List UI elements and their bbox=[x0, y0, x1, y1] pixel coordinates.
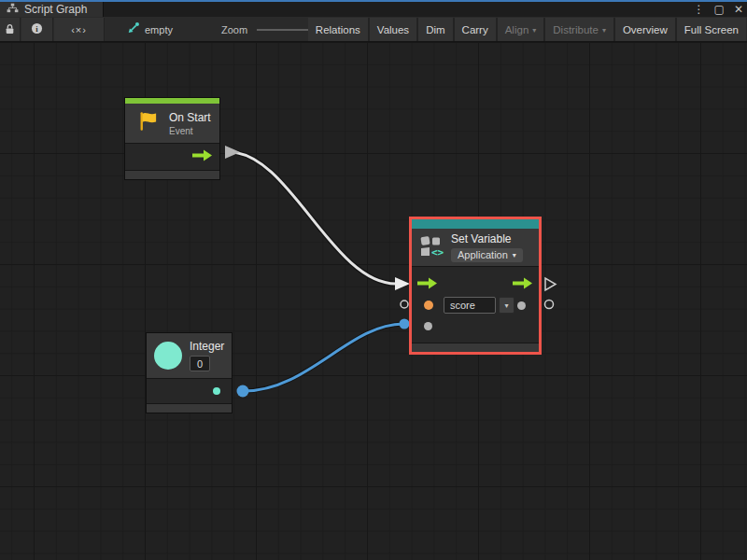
graph-canvas[interactable] bbox=[0, 42, 747, 560]
info-button[interactable]: i bbox=[21, 18, 53, 41]
node-set-variable[interactable]: <> Set Variable Application ▾ bbox=[409, 217, 542, 355]
overview-button[interactable]: Overview bbox=[615, 18, 675, 41]
titlebar: Script Graph ⋮ ▢ ✕ bbox=[0, 2, 747, 17]
full-screen-button[interactable]: Full Screen bbox=[677, 18, 746, 41]
dim-button[interactable]: Dim bbox=[418, 18, 452, 41]
dim-button-label: Dim bbox=[426, 24, 444, 35]
node-title: Integer bbox=[190, 340, 224, 353]
variable-name-row: score ▾ bbox=[412, 295, 539, 315]
integer-body bbox=[147, 378, 232, 403]
chevron-down-icon: ▾ bbox=[532, 27, 536, 35]
on-start-header[interactable]: On Start Event bbox=[125, 104, 219, 143]
variable-stripe bbox=[412, 219, 539, 229]
info-icon: i bbox=[31, 21, 43, 38]
values-button[interactable]: Values bbox=[370, 18, 416, 41]
align-button: Align ▾ bbox=[498, 18, 544, 41]
node-integer[interactable]: Integer 0 bbox=[146, 332, 233, 413]
value-input-row bbox=[412, 315, 539, 336]
node-on-start[interactable]: On Start Event bbox=[124, 97, 220, 180]
flow-output-port[interactable] bbox=[513, 276, 533, 293]
integer-header[interactable]: Integer 0 bbox=[147, 333, 232, 378]
overview-button-label: Overview bbox=[623, 24, 668, 35]
variable-name-input-port[interactable] bbox=[424, 301, 433, 310]
variable-name-dropdown-button[interactable]: ▾ bbox=[499, 297, 514, 314]
window-menu-button[interactable]: ⋮ bbox=[694, 2, 705, 17]
on-start-footer bbox=[125, 170, 219, 179]
chevron-down-icon: ▾ bbox=[504, 302, 508, 310]
on-start-body bbox=[125, 143, 219, 170]
set-variable-footer bbox=[412, 343, 539, 352]
node-subtitle: Event bbox=[169, 126, 211, 136]
lock-button[interactable] bbox=[0, 18, 21, 41]
flow-output-port[interactable] bbox=[192, 148, 213, 165]
tab-script-graph[interactable]: Script Graph bbox=[0, 2, 104, 17]
integer-type-icon bbox=[154, 342, 182, 370]
set-variable-header[interactable]: <> Set Variable Application ▾ bbox=[412, 229, 539, 266]
chevron-down-icon: ▾ bbox=[602, 27, 606, 35]
toolbar: i ‹×› empty Zoom 1x Relations Values bbox=[0, 17, 747, 42]
values-button-label: Values bbox=[377, 24, 409, 35]
carry-button-label: Carry bbox=[462, 24, 488, 35]
flow-port-row bbox=[412, 274, 539, 295]
integer-value: 0 bbox=[197, 358, 203, 370]
node-title: Set Variable bbox=[451, 232, 523, 245]
value-input-port[interactable] bbox=[424, 322, 432, 330]
node-title: On Start bbox=[169, 111, 211, 124]
window-controls: ⋮ ▢ ✕ bbox=[694, 2, 743, 17]
code-icon: ‹×› bbox=[71, 24, 87, 35]
distribute-button: Distribute ▾ bbox=[545, 18, 613, 41]
integer-value-field[interactable]: 0 bbox=[190, 356, 210, 371]
distribute-button-label: Distribute bbox=[553, 24, 599, 35]
maximize-button[interactable]: ▢ bbox=[714, 2, 725, 17]
variable-scope-value: Application bbox=[458, 249, 508, 260]
graph-icon bbox=[7, 1, 19, 18]
lock-icon bbox=[5, 21, 15, 38]
align-button-label: Align bbox=[505, 24, 529, 35]
relations-button[interactable]: Relations bbox=[308, 18, 368, 41]
tab-title: Script Graph bbox=[24, 3, 87, 16]
code-view-button[interactable]: ‹×› bbox=[54, 18, 105, 41]
svg-text:<>: <> bbox=[431, 246, 444, 258]
toolbar-buttons: Relations Values Dim Carry Align ▾ Distr… bbox=[308, 18, 746, 41]
carry-button[interactable]: Carry bbox=[455, 18, 496, 41]
value-output-port[interactable] bbox=[517, 301, 526, 310]
integer-output-port[interactable] bbox=[213, 387, 220, 395]
full-screen-button-label: Full Screen bbox=[684, 24, 739, 35]
integer-footer bbox=[147, 403, 232, 413]
variable-name-value: score bbox=[450, 300, 475, 311]
connection-status-icon bbox=[127, 21, 140, 38]
set-variable-body: score ▾ bbox=[412, 266, 539, 343]
zoom-label: Zoom bbox=[221, 24, 247, 35]
relations-button-label: Relations bbox=[316, 24, 360, 35]
status-label: empty bbox=[145, 24, 173, 35]
chevron-down-icon: ▾ bbox=[513, 252, 516, 259]
variable-scope-dropdown[interactable]: Application ▾ bbox=[451, 248, 523, 262]
variable-name-field[interactable]: score bbox=[444, 297, 496, 314]
flow-input-port[interactable] bbox=[417, 276, 438, 293]
close-button[interactable]: ✕ bbox=[734, 2, 743, 17]
variables-icon: <> bbox=[419, 234, 444, 261]
flag-icon bbox=[136, 109, 161, 137]
